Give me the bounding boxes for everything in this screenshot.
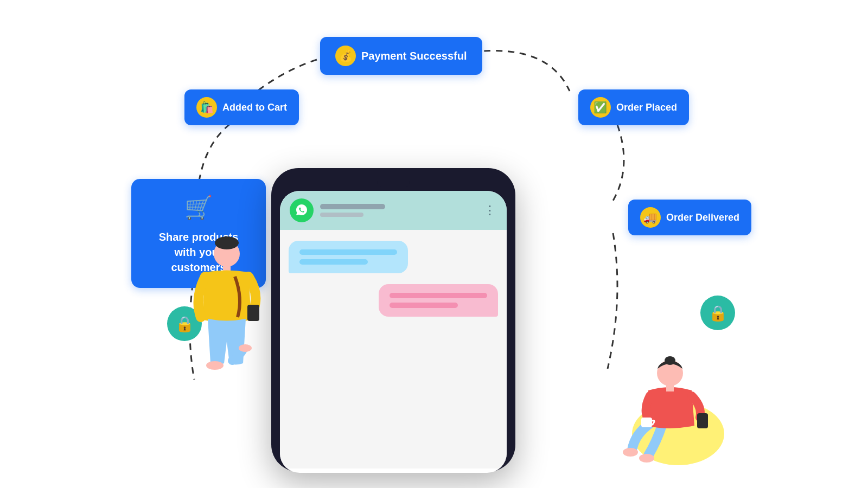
svg-point-4 xyxy=(206,361,224,370)
svg-rect-3 xyxy=(247,305,259,321)
chat-header: ⋮ xyxy=(280,191,507,230)
order-placed-label: Order Placed xyxy=(616,102,677,113)
chat-name-line2 xyxy=(320,213,363,217)
bubble-line3 xyxy=(390,293,487,298)
outgoing-bubble xyxy=(379,284,498,317)
cart-icon: 🛍️ xyxy=(196,97,217,118)
svg-point-1 xyxy=(215,236,239,249)
payment-badge: 💰 Payment Successful xyxy=(320,37,482,75)
chat-body xyxy=(280,230,507,468)
payment-icon: 💰 xyxy=(335,46,356,66)
person-right xyxy=(618,325,727,466)
order-placed-icon: ✅ xyxy=(590,97,611,118)
svg-point-8 xyxy=(639,454,654,463)
bubble-line2 xyxy=(299,259,368,265)
svg-point-5 xyxy=(239,344,252,352)
bubble-line1 xyxy=(299,249,397,255)
svg-point-13 xyxy=(665,356,675,365)
chat-name-line1 xyxy=(320,204,385,209)
order-delivered-label: Order Delivered xyxy=(666,212,739,223)
phone-mockup: ⋮ xyxy=(271,168,515,472)
added-to-cart-label: Added to Cart xyxy=(222,102,287,113)
bubble-line4 xyxy=(390,303,458,308)
delivery-icon: 🚚 xyxy=(640,207,661,228)
phone-notch xyxy=(377,179,410,187)
order-delivered-badge: 🚚 Order Delivered xyxy=(628,200,751,235)
whatsapp-icon xyxy=(290,198,314,222)
added-to-cart-badge: 🛍️ Added to Cart xyxy=(184,89,299,125)
svg-rect-9 xyxy=(697,413,708,428)
incoming-bubble xyxy=(289,241,408,273)
more-options-icon[interactable]: ⋮ xyxy=(484,203,497,217)
person-left xyxy=(189,233,265,385)
share-icon: 🛒 xyxy=(184,192,213,224)
svg-rect-10 xyxy=(641,418,652,427)
svg-point-7 xyxy=(623,448,638,457)
order-placed-badge: ✅ Order Placed xyxy=(578,89,689,125)
payment-label: Payment Successful xyxy=(361,50,467,62)
chat-name-bar xyxy=(320,204,477,217)
phone-screen: ⋮ xyxy=(280,191,507,473)
main-scene: 🛒 Share products with your customers 🛍️ … xyxy=(0,0,868,488)
